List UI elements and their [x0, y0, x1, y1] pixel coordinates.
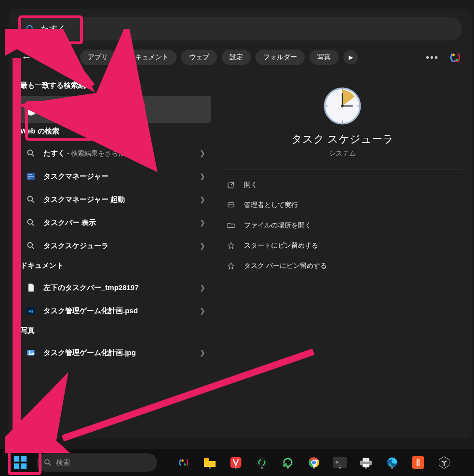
tab-apps[interactable]: アプリ: [80, 50, 116, 65]
result-title: タスク スケジューラ: [43, 101, 205, 110]
svg-point-23: [29, 351, 30, 353]
action-open-location[interactable]: ファイルの場所を開く: [223, 215, 462, 236]
tab-settings[interactable]: 設定: [222, 50, 251, 65]
doc-result-1[interactable]: 左下のタスクバー_tmp28197 ❯: [18, 276, 211, 299]
back-button[interactable]: ←: [18, 49, 35, 66]
action-open[interactable]: 開く: [223, 175, 462, 195]
taskbar-copilot[interactable]: [176, 455, 191, 470]
clock-icon: [323, 87, 362, 125]
search-icon: [24, 146, 38, 160]
section-documents: ドキュメント: [20, 261, 211, 270]
web-result-taskscheduler[interactable]: タスクスケジューラ ❯: [18, 234, 211, 257]
taskbar-app-printer[interactable]: [359, 455, 373, 470]
taskbar-app-chain[interactable]: [255, 455, 269, 470]
tab-photos[interactable]: 写真: [310, 50, 339, 65]
svg-rect-57: [419, 459, 420, 466]
action-label: タスク バーにピン留めする: [244, 262, 327, 270]
svg-rect-38: [21, 463, 27, 469]
svg-rect-52: [363, 464, 369, 467]
svg-rect-43: [204, 458, 209, 461]
photo-result-1[interactable]: タスク管理ゲーム化計画.jpg ❯: [18, 341, 211, 364]
clock-icon: [24, 103, 38, 116]
chevron-right-icon: ❯: [200, 219, 205, 226]
taskbar-app-refresh[interactable]: [281, 455, 295, 470]
web-result-taskmgr[interactable]: タスクマネージャー ❯: [18, 165, 211, 188]
folder-icon: [227, 221, 235, 230]
preview-pane: タスク スケジューラ システム 開く 管理者として実行 ファイルの場所を開く ス…: [223, 77, 462, 432]
taskbar-app-hexagon[interactable]: [437, 455, 451, 470]
action-label: スタートにピン留めする: [244, 241, 318, 250]
pin-icon: [227, 262, 235, 270]
svg-point-3: [456, 59, 458, 61]
tab-folders[interactable]: フォルダー: [256, 50, 305, 65]
taskbar-vivaldi[interactable]: [229, 455, 243, 470]
section-photos: 写真: [20, 326, 211, 335]
svg-point-2: [452, 53, 455, 56]
taskbar-explorer[interactable]: [203, 455, 217, 470]
start-button[interactable]: [10, 452, 31, 473]
svg-rect-51: [363, 458, 369, 462]
section-best-match: 最も一致する検索結果: [20, 81, 211, 90]
chevron-right-icon: ❯: [200, 196, 205, 203]
svg-point-7: [30, 109, 31, 110]
tab-all[interactable]: すべて: [40, 50, 75, 65]
pin-icon: [227, 241, 235, 250]
result-subtitle: システム: [43, 110, 205, 118]
svg-rect-55: [412, 456, 424, 469]
action-pin-taskbar[interactable]: タスク バーにピン留めする: [223, 256, 462, 276]
svg-rect-56: [417, 459, 418, 466]
filter-tabs: ← すべて アプリ ドキュメント ウェブ 設定 フォルダー 写真 ▶ •••: [18, 49, 462, 66]
tab-web[interactable]: ウェブ: [181, 50, 217, 65]
tab-documents[interactable]: ドキュメント: [121, 50, 176, 65]
web-result-prefix: たすく: [43, 149, 65, 157]
svg-point-47: [312, 461, 316, 464]
chevron-right-icon: ❯: [200, 149, 205, 157]
preview-title: タスク スケジューラ: [291, 132, 393, 146]
result-title: タスクマネージャー: [43, 172, 200, 181]
svg-rect-34: [229, 204, 233, 205]
search-icon: [24, 239, 38, 252]
search-icon: [43, 458, 52, 467]
svg-rect-13: [28, 178, 31, 179]
result-title: タスク管理ゲーム化計画.jpg: [43, 348, 200, 357]
open-icon: [227, 181, 235, 189]
svg-point-45: [257, 457, 268, 468]
search-bar[interactable]: [18, 17, 462, 40]
svg-rect-35: [14, 456, 19, 462]
play-button[interactable]: ▶: [343, 50, 358, 65]
file-icon: [24, 281, 38, 294]
svg-point-18: [27, 242, 32, 247]
chevron-right-icon: ❯: [200, 284, 205, 291]
action-pin-start[interactable]: スタートにピン留めする: [223, 236, 462, 256]
taskbar-edge[interactable]: [385, 455, 399, 470]
web-result-more[interactable]: たすく - 検索結果をさらに表示する ❯: [18, 142, 211, 165]
web-result-taskmgr-launch[interactable]: タスクマネージャー 起動 ❯: [18, 188, 211, 211]
svg-line-1: [32, 30, 35, 33]
search-input[interactable]: [41, 24, 455, 34]
svg-line-19: [32, 247, 34, 249]
taskbar-terminal[interactable]: >_: [333, 455, 347, 470]
taskbar: 検索 >_: [0, 449, 474, 476]
action-label: 管理者として実行: [244, 201, 298, 210]
svg-rect-53: [361, 462, 362, 463]
doc-result-2[interactable]: Ps タスク管理ゲーム化計画.psd ❯: [18, 299, 211, 322]
svg-rect-11: [28, 174, 32, 175]
windows-icon: [13, 455, 27, 470]
taskbar-search-placeholder: 検索: [56, 458, 70, 467]
svg-rect-36: [21, 456, 27, 462]
web-result-taskbar-show[interactable]: タスクバー 表示 ❯: [18, 211, 211, 234]
taskbar-app-orange[interactable]: [411, 455, 425, 470]
result-title: タスク管理ゲーム化計画.psd: [43, 306, 200, 316]
taskbar-search[interactable]: 検索: [37, 453, 157, 472]
svg-line-40: [49, 463, 51, 465]
copilot-icon[interactable]: [448, 51, 462, 64]
result-task-scheduler[interactable]: タスク スケジューラ システム: [18, 96, 211, 123]
svg-point-0: [27, 26, 32, 31]
more-button[interactable]: •••: [421, 52, 444, 63]
taskbar-chrome[interactable]: [307, 455, 321, 470]
action-run-admin[interactable]: 管理者として実行: [223, 195, 462, 215]
action-label: 開く: [244, 181, 257, 189]
svg-line-9: [32, 155, 34, 157]
svg-rect-33: [228, 203, 234, 207]
svg-point-31: [341, 105, 344, 107]
